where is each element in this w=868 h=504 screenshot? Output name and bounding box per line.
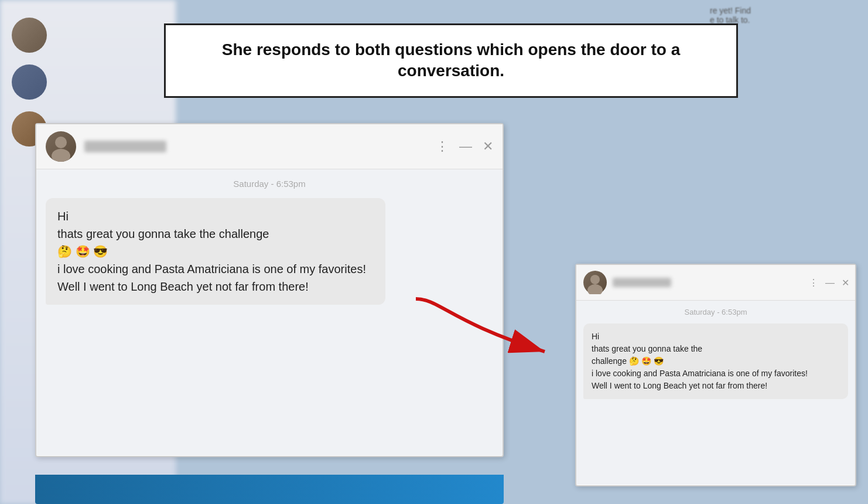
small-msg-line-2: thats great you gonna take the [592, 343, 840, 355]
close-icon-small[interactable]: ✕ [842, 277, 849, 288]
chat-header-small: ⋮ — ✕ [576, 265, 855, 301]
svg-point-3 [590, 275, 600, 284]
menu-icon-small[interactable]: ⋮ [809, 277, 818, 288]
avatar-small [583, 271, 607, 294]
username-blurred-small [613, 278, 671, 287]
svg-point-0 [55, 137, 67, 148]
msg-line-4: Well I went to Long Beach yet not far fr… [57, 278, 374, 295]
blue-bottom-bar [35, 475, 504, 504]
msg-line-3: i love cooking and Pasta Amatriciana is … [57, 260, 374, 278]
bg-partial-text: re yet! Find e to talk to. [710, 6, 751, 25]
svg-point-4 [587, 284, 603, 294]
minimize-icon-large[interactable]: — [459, 140, 472, 153]
timestamp-small: Saturday - 6:53pm [583, 308, 848, 316]
small-msg-line-2b: challenge 🤔 🤩 😎 [592, 355, 840, 367]
small-msg-line-4: Well I went to Long Beach yet not far fr… [592, 380, 840, 392]
username-blurred-large [84, 141, 166, 152]
chat-header-icons-small[interactable]: ⋮ — ✕ [809, 277, 849, 288]
annotation-box: She responds to both questions which ope… [164, 23, 738, 98]
close-icon-large[interactable]: ✕ [483, 140, 493, 153]
avatar-large [46, 131, 76, 162]
chat-window-large: ⋮ — ✕ Saturday - 6:53pm Hi thats great y… [35, 123, 504, 457]
message-bubble-large: Hi thats great you gonna take the challe… [46, 198, 385, 305]
message-bubble-small: Hi thats great you gonna take the challe… [583, 323, 848, 399]
small-msg-line-1: Hi [592, 331, 840, 343]
small-msg-line-3: i love cooking and Pasta Amatriciana is … [592, 367, 840, 380]
bg-avatar-2 [12, 64, 47, 100]
chat-body-large: Saturday - 6:53pm Hi thats great you gon… [36, 169, 503, 455]
avatar-img-large [46, 131, 76, 162]
timestamp-large: Saturday - 6:53pm [46, 179, 493, 189]
msg-emojis: 🤔 🤩 😎 [57, 243, 374, 260]
bg-avatar-1 [12, 18, 47, 53]
chat-body-small: Saturday - 6:53pm Hi thats great you gon… [576, 301, 855, 485]
menu-icon-large[interactable]: ⋮ [436, 140, 449, 153]
chat-header-icons-large[interactable]: ⋮ — ✕ [436, 140, 493, 153]
chat-header-large: ⋮ — ✕ [36, 124, 503, 169]
msg-line-1: Hi [57, 207, 374, 225]
minimize-icon-small[interactable]: — [825, 277, 835, 288]
msg-line-2: thats great you gonna take the challenge [57, 225, 374, 243]
chat-window-small: ⋮ — ✕ Saturday - 6:53pm Hi thats great y… [575, 264, 856, 486]
svg-point-1 [52, 149, 70, 162]
annotation-text: She responds to both questions which ope… [184, 39, 717, 82]
